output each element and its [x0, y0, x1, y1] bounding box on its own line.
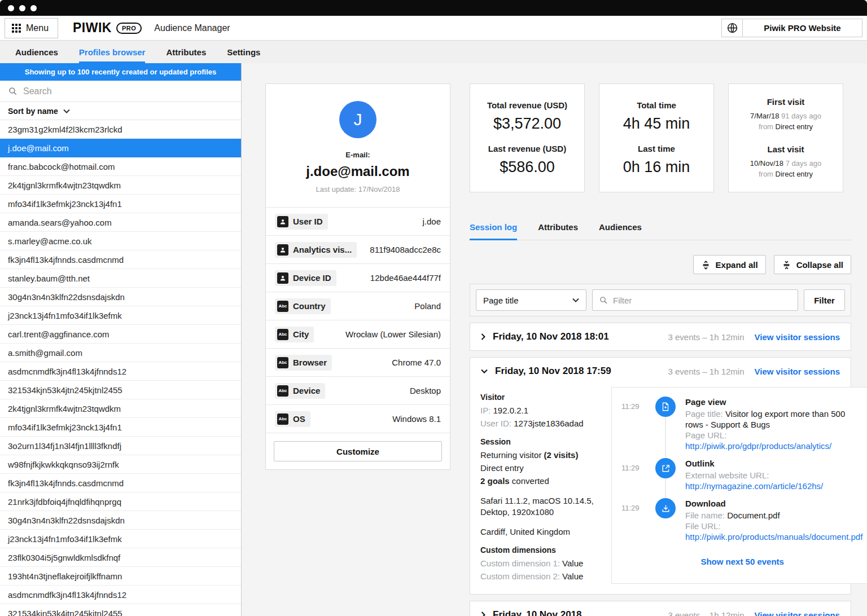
- chevron-down-icon: [481, 369, 488, 373]
- list-item[interactable]: w98fnjfkjkwkkqkqnso93ij2rnfk: [0, 455, 241, 474]
- expand-icon: [701, 260, 711, 270]
- attribute-row-user-id: User ID j.doe: [266, 207, 450, 235]
- attribute-label: Country: [293, 301, 326, 311]
- filter-bar: Page title Filter: [470, 284, 851, 316]
- event-page-url-link[interactable]: http://piwik.pro/gdpr/products/analytics…: [685, 441, 831, 451]
- brand-name: PIWIK: [73, 20, 112, 36]
- abc-icon: Abc: [277, 413, 288, 425]
- menu-button[interactable]: Menu: [5, 18, 58, 38]
- list-item[interactable]: fk3jn4fl13k4jfnnds.casdmcnmd: [0, 250, 241, 269]
- first-visit-source: Direct entry: [776, 122, 813, 131]
- session-summary: 3 events – 1h 12min: [668, 610, 744, 616]
- list-item[interactable]: franc.babcock@hotmail.com: [0, 157, 241, 176]
- filter-field-select[interactable]: Page title: [476, 289, 586, 311]
- expand-all-button[interactable]: Expand all: [693, 255, 766, 274]
- list-item[interactable]: 2k4tjgnl3krmfk4wjtn23tqwdkm: [0, 176, 241, 195]
- view-visitor-sessions-link[interactable]: View visitor sessions: [755, 367, 840, 376]
- event-file-url-link[interactable]: http://piwik.pro/products/manuals/docume…: [685, 532, 862, 542]
- window-minimize-button[interactable]: [19, 5, 25, 11]
- event-time: 11:29: [612, 498, 646, 542]
- show-next-events-link[interactable]: Show next 50 events: [612, 557, 867, 566]
- avatar: J: [339, 101, 376, 138]
- list-item[interactable]: carl.trent@aggfinance.com: [0, 325, 241, 344]
- tab-profile-audiences[interactable]: Audiences: [599, 222, 642, 240]
- view-visitor-sessions-link[interactable]: View visitor sessions: [755, 610, 840, 616]
- attribute-value: 12bde46ae444f77f: [370, 273, 441, 283]
- tab-attributes[interactable]: Attributes: [166, 41, 206, 63]
- list-item[interactable]: s.marley@acme.co.uk: [0, 232, 241, 250]
- event-page-view: 11:29 Page view Page title: Visitor log …: [612, 397, 867, 451]
- attribute-value: Wrocław (Lower Silesian): [345, 329, 441, 339]
- collapse-all-button[interactable]: Collapse all: [774, 255, 851, 274]
- last-update: Last update: 17/Nov/2018: [272, 185, 444, 193]
- site-switcher[interactable]: Piwik PRO Website: [721, 19, 862, 37]
- last-time-label: Last time: [604, 144, 709, 153]
- sort-label: Sort by name: [8, 107, 58, 116]
- list-item[interactable]: 23gm31g2kml4f2l3kcm23rlckd: [0, 120, 241, 139]
- event-title: Outlink: [685, 458, 862, 469]
- list-item[interactable]: 21nrk3jfdbfoiq4jfnqldfihqnprgq: [0, 492, 241, 511]
- search-input[interactable]: [23, 86, 233, 96]
- window-zoom-button[interactable]: [30, 5, 37, 11]
- list-item[interactable]: 321534kjn53k4jtn245kjtnl2455: [0, 381, 241, 399]
- attribute-value: Chrome 47.0: [392, 358, 441, 367]
- session-header[interactable]: Friday, 10 Nov 2018 3 events – 1h 12min …: [470, 601, 851, 616]
- list-item[interactable]: asdmcnmdfk3jn4fl13k4jfnnds12: [0, 586, 241, 604]
- list-item[interactable]: 3o2urn1l34fj1n3l4fjn1llll3fkndfj: [0, 437, 241, 455]
- sort-dropdown[interactable]: Sort by name: [0, 102, 241, 120]
- total-time-label: Total time: [604, 100, 709, 110]
- event-time: 11:29: [612, 397, 646, 451]
- session-toolbar: Expand all Collapse all: [470, 255, 851, 274]
- session-header[interactable]: Friday, 10 Nov 2018 18:01 3 events – 1h …: [470, 323, 851, 350]
- list-item[interactable]: 30g4n3n4n3klfn22dsnsdajskdn: [0, 288, 241, 306]
- session-header[interactable]: Friday, 10 Nov 2018 17:59 3 events – 1h …: [470, 358, 851, 385]
- list-item[interactable]: mfo34if1lk3efmkj23nck13j4fn1: [0, 418, 241, 437]
- list-item[interactable]: 30g4n3n4n3klfn22dsnsdajskdn: [0, 511, 241, 530]
- list-item-selected[interactable]: j.doe@mail.com: [0, 139, 241, 157]
- event-external-url-link[interactable]: http://nymagazine.com/article/162hs/: [685, 481, 823, 491]
- list-item[interactable]: mfo34if1lk3efmkj23nck13j4fn1: [0, 195, 241, 213]
- session-summary: 3 events – 1h 12min: [668, 332, 744, 342]
- window-close-button[interactable]: [8, 5, 14, 11]
- list-item[interactable]: fk3jn4fl13k4jfnnds.casdmcnmd: [0, 474, 241, 492]
- tab-settings[interactable]: Settings: [227, 41, 260, 63]
- filter-input[interactable]: [613, 296, 791, 305]
- view-visitor-sessions-link[interactable]: View visitor sessions: [755, 332, 840, 342]
- attribute-chip: Abc City: [275, 327, 314, 342]
- session-summary: 3 events – 1h 12min: [668, 367, 744, 376]
- abc-icon: Abc: [277, 357, 288, 368]
- list-item[interactable]: 23flk0304i5j5gnwldkmlsdkfnqf: [0, 548, 241, 567]
- list-item[interactable]: 193ht4n3tjneflakejroifjlkffnamn: [0, 567, 241, 586]
- profiles-sidebar: Showing up to 100 recently created or up…: [0, 63, 242, 616]
- tab-session-log[interactable]: Session log: [470, 222, 517, 240]
- list-item[interactable]: 321534kjn53k4jtn245kjtnl2455: [0, 604, 241, 616]
- tab-profiles-browser[interactable]: Profiles browser: [79, 41, 146, 63]
- customize-button[interactable]: Customize: [274, 441, 442, 461]
- list-item[interactable]: 2k4tjgnl3krmfk4wjtn23tqwdkm: [0, 399, 241, 418]
- collapse-icon: [782, 260, 791, 270]
- page-view-icon: [655, 397, 676, 417]
- list-item[interactable]: a.smith@gmail.com: [0, 344, 241, 362]
- entry-type: Direct entry: [480, 463, 602, 474]
- attribute-chip: Abc OS: [275, 411, 310, 427]
- tab-profile-attributes[interactable]: Attributes: [538, 222, 578, 240]
- profiles-banner: Showing up to 100 recently created or up…: [0, 63, 241, 81]
- attribute-row-city: Abc City Wrocław (Lower Silesian): [266, 320, 450, 348]
- custom-dimension-2-value: Value: [562, 571, 583, 581]
- last-time-value: 0h 16 min: [604, 159, 709, 176]
- tab-audiences[interactable]: Audiences: [15, 41, 58, 63]
- filter-button[interactable]: Filter: [804, 289, 845, 311]
- profiles-list: 23gm31g2kml4f2l3kcm23rlckd j.doe@mail.co…: [0, 120, 241, 616]
- visitor-heading: Visitor: [480, 391, 602, 403]
- list-item[interactable]: j23nck13j4fn1mfo34if1lk3efmk: [0, 530, 241, 548]
- location-info: Cardiff, United Kingdom: [480, 526, 602, 538]
- download-icon: [655, 498, 676, 518]
- list-item[interactable]: stanley.baum@tth.net: [0, 269, 241, 288]
- person-id-icon: [277, 272, 288, 284]
- first-visit-ago: 91 days ago: [781, 112, 821, 120]
- list-item[interactable]: j23nck13j4fn1mfo34if1lk3efmk: [0, 306, 241, 325]
- total-revenue-value: $3,572.00: [475, 115, 580, 133]
- list-item[interactable]: amanda.sears@yahoo.com: [0, 213, 241, 232]
- attribute-chip: Analytics vis...: [275, 242, 357, 258]
- list-item[interactable]: asdmcnmdfk3jn4fl13k4jfnnds12: [0, 362, 241, 381]
